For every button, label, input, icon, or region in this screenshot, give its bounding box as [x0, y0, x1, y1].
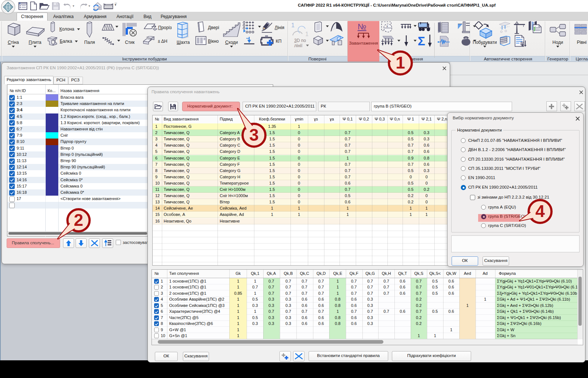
- svg-text:3: 3: [249, 125, 259, 144]
- svg-text:x: x: [386, 24, 388, 28]
- svg-text:1: 1: [305, 31, 309, 37]
- svg-text:1: 1: [291, 22, 295, 28]
- svg-text:4: 4: [535, 202, 545, 221]
- svg-text:1: 1: [396, 53, 405, 72]
- svg-text:2: 2: [74, 210, 83, 230]
- svg-text:№: №: [358, 22, 366, 31]
